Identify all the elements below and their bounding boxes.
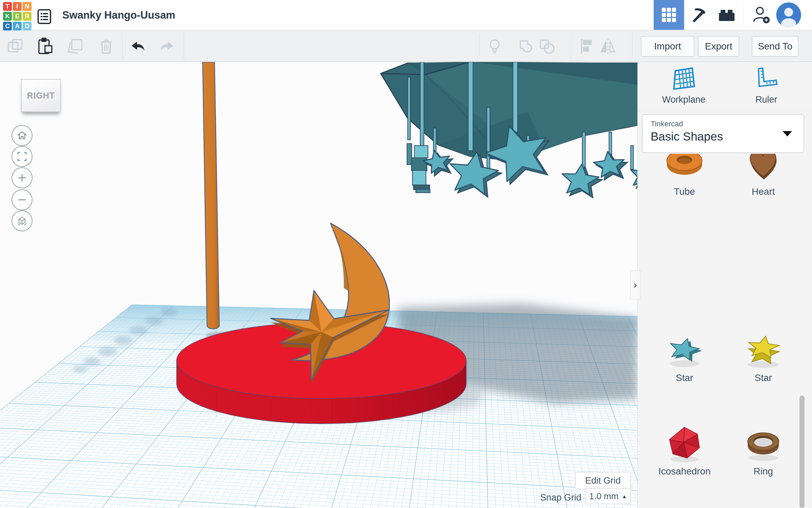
blocks-view-button[interactable] <box>654 0 684 30</box>
perspective-toggle-button[interactable] <box>12 210 32 231</box>
scene-svg <box>0 62 637 508</box>
edit-grid-button[interactable]: Edit Grid <box>575 472 631 489</box>
zoom-out-button[interactable] <box>12 189 32 210</box>
shape-tile-icosahedron[interactable]: Icosahedron <box>651 425 718 477</box>
shape-tile-heart[interactable]: Heart <box>729 154 797 197</box>
shape-tile-tube[interactable]: Tube <box>651 154 718 197</box>
library-name: Basic Shapes <box>651 130 723 143</box>
view-cube[interactable]: RIGHT <box>21 79 61 112</box>
invite-collaborator-button[interactable] <box>748 0 775 30</box>
logo-tile: I <box>13 2 22 11</box>
logo-tile: K <box>3 12 12 21</box>
toolbar-separator <box>632 33 632 59</box>
tube-icon <box>665 154 704 184</box>
ruler-icon <box>754 67 778 91</box>
brick-icon <box>718 7 736 23</box>
import-button[interactable]: Import <box>641 36 694 57</box>
ring-icon <box>744 425 783 464</box>
shape-label: Star <box>754 373 772 383</box>
user-avatar[interactable] <box>776 2 801 27</box>
align-icon[interactable] <box>579 38 596 55</box>
panel-scrollbar[interactable] <box>799 396 805 508</box>
toolbar-separator <box>571 33 571 59</box>
mirror-icon[interactable] <box>599 38 617 55</box>
export-button[interactable]: Export <box>698 36 739 57</box>
grid-3x3-icon <box>661 7 677 23</box>
shape-gallery: Tube Heart Star <box>638 154 807 508</box>
ortho-cube-icon <box>17 215 27 226</box>
snap-grid-value-select[interactable]: 1.0 mm ▲ <box>585 488 631 504</box>
chevron-down-icon <box>783 131 792 136</box>
copy-icon[interactable] <box>7 38 24 55</box>
shape-label: Icosahedron <box>658 466 710 477</box>
panel-divider <box>638 111 812 111</box>
tinkercad-app: RIGHT Edit Grid Snap Grid 1.0 mm ▲ › <box>0 0 812 508</box>
avatar-icon <box>776 2 801 27</box>
ruler-label: Ruler <box>755 94 777 105</box>
header-separator <box>744 2 744 28</box>
group-icon[interactable] <box>518 38 535 55</box>
toolbar-separator <box>184 33 184 59</box>
undo-icon[interactable] <box>129 38 146 55</box>
shape-library-dropdown[interactable]: Tinkercad Basic Shapes <box>642 114 804 153</box>
delete-icon[interactable] <box>97 38 115 55</box>
3d-viewport[interactable]: RIGHT Edit Grid Snap Grid 1.0 mm ▲ <box>0 62 637 508</box>
person-plus-icon <box>752 6 771 24</box>
workplane-icon <box>672 67 696 91</box>
zoom-in-button[interactable] <box>12 167 32 188</box>
toolbar-separator <box>122 33 123 59</box>
home-view-button[interactable] <box>12 125 32 146</box>
icosahedron-icon <box>665 425 704 464</box>
toolbar-separator <box>479 33 479 59</box>
shape-tile-star-teal[interactable]: Star <box>651 333 718 383</box>
home-icon <box>17 130 27 141</box>
duplicate-icon[interactable] <box>66 38 84 55</box>
shape-tile-ring[interactable]: Ring <box>729 425 797 477</box>
design-title[interactable]: Swanky Hango-Uusam <box>62 0 175 30</box>
paste-icon[interactable] <box>36 38 54 55</box>
shape-tile-star-yellow[interactable]: Star <box>729 333 797 383</box>
edit-toolbar: Import Export Send To <box>0 30 812 62</box>
collapse-panel-tab[interactable]: › <box>630 270 640 299</box>
library-brand: Tinkercad <box>651 120 683 128</box>
logo-tile: R <box>23 12 31 21</box>
tinkercad-logo[interactable]: TINKERCAD <box>3 2 32 28</box>
minus-icon <box>17 195 27 205</box>
shape-label: Heart <box>752 186 775 197</box>
logo-tile: N <box>23 2 31 11</box>
snap-grid-label: Snap Grid <box>508 489 581 506</box>
pickaxe-icon <box>690 6 707 24</box>
snap-grid-value: 1.0 mm <box>589 491 618 502</box>
chevron-right-icon: › <box>634 279 637 291</box>
workplane-toggle[interactable]: Workplane <box>663 67 704 109</box>
shape-label: Tube <box>674 186 695 197</box>
logo-tile: E <box>13 12 22 21</box>
caret-up-icon: ▲ <box>622 493 627 499</box>
shapes-panel: Workplane Ruler Tinkercad Basic Shapes <box>637 62 812 508</box>
shape-label: Ring <box>753 466 773 477</box>
logo-tile: A <box>13 22 22 30</box>
redo-icon[interactable] <box>158 38 176 55</box>
shape-label: Star <box>676 373 693 383</box>
ruler-toggle[interactable]: Ruler <box>746 67 787 109</box>
star-5pt-icon <box>665 333 704 371</box>
show-all-icon[interactable] <box>486 38 503 55</box>
pole-cylinder[interactable] <box>203 62 219 329</box>
fit-view-icon <box>17 151 27 162</box>
star-extruded-icon <box>744 333 783 371</box>
block-cluster[interactable] <box>407 144 430 193</box>
minecraft-export-button[interactable] <box>687 0 710 30</box>
logo-tile: D <box>23 22 31 30</box>
fit-view-button[interactable] <box>12 146 32 167</box>
logo-tile: T <box>3 2 12 11</box>
ungroup-icon[interactable] <box>538 38 556 55</box>
design-properties-icon[interactable] <box>37 9 52 24</box>
heart-icon <box>744 154 783 184</box>
logo-tile: C <box>3 22 12 30</box>
workplane-label: Workplane <box>662 94 706 105</box>
send-to-button[interactable]: Send To <box>752 36 798 57</box>
app-header: TINKERCAD Swanky Hango-Uusam <box>0 0 812 30</box>
plus-icon <box>17 173 27 183</box>
brick-export-button[interactable] <box>713 0 740 30</box>
